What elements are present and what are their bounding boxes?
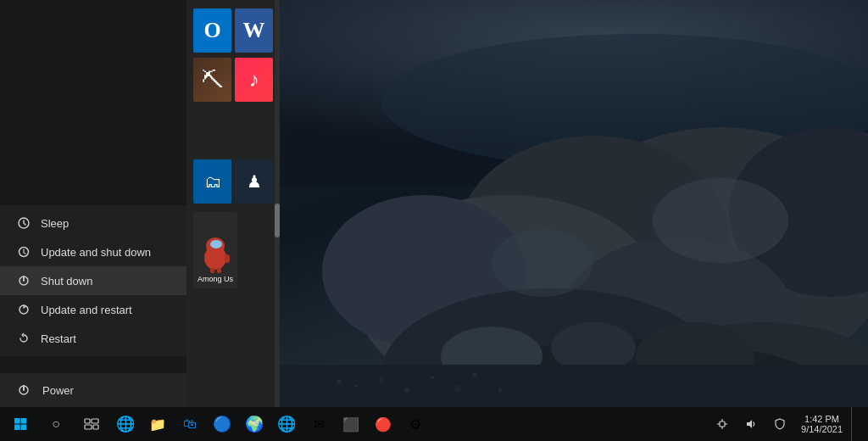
update-shutdown-button[interactable]: Update and shut down [0,237,186,266]
system-clock[interactable]: 1:42 PM 9/14/2021 [796,412,848,436]
update-restart-icon [17,303,31,316]
tile-cortana[interactable]: 🗂 [193,159,231,204]
clock-time: 1:42 PM [801,414,843,424]
word-icon: W [243,18,265,43]
tiles-row-1: O W [190,7,276,54]
svg-point-23 [472,372,477,377]
svg-rect-35 [210,268,214,273]
search-circle-icon: ○ [52,416,60,432]
tile-spacer [190,105,276,156]
svg-point-19 [378,377,385,383]
svg-point-21 [431,376,434,379]
start-menu: Sleep Update and shut down [0,0,280,407]
svg-rect-42 [92,419,98,423]
tiles-row-3: 🗂 ♟ [190,158,276,205]
tile-minecraft[interactable]: ⛏ [193,58,231,102]
among-us-label: Among Us [198,275,233,283]
tray-network-icon[interactable] [709,407,735,441]
cortana-icon: 🗂 [204,172,221,192]
among-us-character [200,232,231,273]
taskbar-chrome-icon[interactable]: 🔵 [207,409,237,439]
svg-rect-43 [85,425,92,429]
taskbar-store-icon[interactable]: 🛍 [175,409,205,439]
tiles-row-4: Among Us [190,210,276,290]
taskbar-explorer-icon[interactable]: 📁 [142,409,173,439]
power-section: Power [0,373,186,407]
tray-volume-icon[interactable] [738,407,764,441]
taskbar-chrome2-icon[interactable]: 🌍 [239,409,270,439]
shutdown-icon [17,274,31,287]
update-restart-button[interactable]: Update and restart [0,295,186,324]
taskbar-mail-icon[interactable]: ✉ [303,409,334,439]
tile-scrollbar-thumb[interactable] [275,204,280,237]
svg-point-14 [653,178,788,263]
start-menu-tiles: O W ⛏ ♪ 🗂 ♟ [186,0,280,407]
outlook-icon: O [203,18,220,43]
svg-rect-40 [21,425,27,431]
itunes-icon: ♪ [249,68,259,92]
taskbar: ○ 🌐 📁 🛍 🔵 🌍 🌐 ✉ ⬛ 🔴 ⚙ [0,407,868,441]
tile-among-us[interactable]: Among Us [193,212,237,288]
restart-icon [17,332,31,345]
restart-button[interactable]: Restart [0,324,186,353]
svg-rect-44 [93,425,98,429]
power-label: Power [42,384,74,397]
svg-rect-34 [225,254,230,263]
taskbar-pinned-apps: 🌐 📁 🛍 🔵 🌍 🌐 ✉ ⬛ 🔴 ⚙ [110,409,431,439]
network-icon [716,418,728,430]
volume-icon [745,418,757,430]
tile-scrollbar-track[interactable] [275,0,280,407]
power-icon [17,383,31,397]
clock-date: 9/14/2021 [801,424,843,434]
update-restart-label: Update and restart [41,304,132,316]
tray-security-icon[interactable] [767,407,793,441]
shutdown-button[interactable]: Shut down [0,266,186,295]
start-menu-left: Sleep Update and shut down [0,0,186,407]
svg-point-17 [337,379,342,384]
show-desktop-button[interactable] [851,407,858,441]
sleep-icon [17,216,31,230]
search-button[interactable]: ○ [39,407,73,441]
shield-icon [775,418,785,430]
svg-point-24 [498,388,502,392]
svg-rect-38 [21,418,27,424]
taskbar-ie-icon[interactable]: 🌐 [110,409,141,439]
svg-point-33 [210,240,222,248]
update-shutdown-icon [17,245,31,259]
svg-point-18 [354,384,358,388]
svg-point-15 [492,229,593,297]
svg-marker-50 [747,420,752,428]
start-button[interactable] [3,407,37,441]
sleep-button[interactable]: Sleep [0,209,186,237]
tiles-row-2: ⛏ ♪ [190,56,276,103]
restart-label: Restart [41,332,76,345]
tile-outlook[interactable]: O [193,8,231,53]
system-tray: 1:42 PM 9/14/2021 [709,407,865,441]
windows-logo-icon [14,417,27,431]
svg-rect-36 [217,268,221,273]
svg-rect-45 [720,421,725,427]
svg-point-22 [454,385,461,392]
taskbar-app-icon[interactable]: 🔴 [368,409,398,439]
svg-rect-41 [85,419,90,423]
taskbar-terminal-icon[interactable]: ⬛ [336,409,366,439]
tile-word[interactable]: W [235,8,273,53]
taskbar-settings-icon[interactable]: ⚙ [400,409,431,439]
taskbar-edge-icon[interactable]: 🌐 [271,409,302,439]
update-shutdown-label: Update and shut down [41,246,151,259]
svg-rect-39 [14,425,20,431]
task-view-button[interactable] [75,407,108,441]
minecraft-icon: ⛏ [202,67,224,93]
task-view-icon [84,418,99,430]
tile-steam[interactable]: ♟ [235,159,273,204]
svg-point-20 [404,388,409,393]
svg-rect-37 [14,418,20,424]
power-button[interactable]: Power [0,373,186,407]
power-submenu: Sleep Update and shut down [0,205,186,356]
shutdown-label: Shut down [41,275,92,287]
tile-itunes[interactable]: ♪ [235,58,273,102]
sleep-label: Sleep [41,217,69,230]
steam-icon: ♟ [247,171,262,192]
